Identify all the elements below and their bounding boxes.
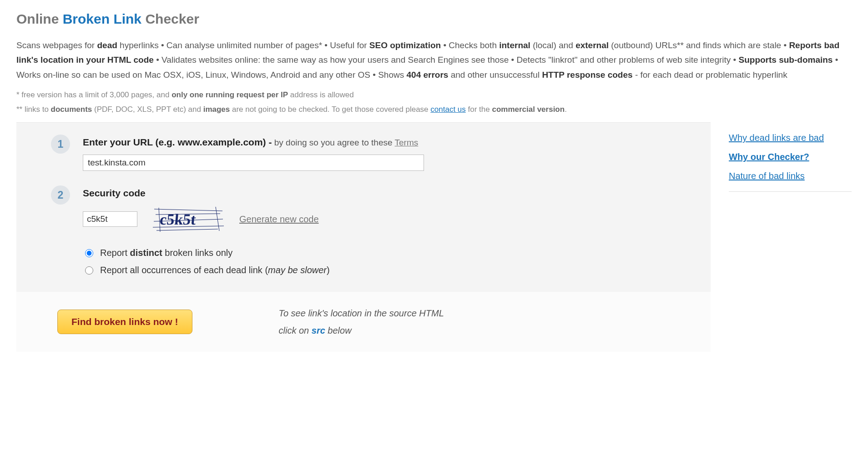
intro-text: • Validates websites online: the same wa… [154,55,739,65]
title-part-checker: Checker [141,11,199,26]
note-text: are not going to be checked. To get thos… [230,105,430,114]
label-text: Report all occurrences of each dead link… [100,265,268,275]
note-text: ** links to [16,105,51,114]
page-title: Online Broken Link Checker [16,8,852,30]
intro-bold-http: HTTP response codes [542,70,632,80]
note-bold: only one running request per IP [172,90,288,99]
intro-bold-external: external [575,40,609,50]
sidebar-link-nature[interactable]: Nature of bad links [729,169,852,183]
step-1-label: Enter your URL (e.g. www.example.com) - … [83,135,699,150]
label-italic: may be slower [268,265,327,275]
intro-text: • Checks both [441,40,499,50]
captcha-text: c5k5t [159,211,197,228]
submit-area: Find broken links now ! To see link's lo… [16,292,711,352]
security-code-label: Security code [83,188,146,198]
note-text: . [565,105,567,114]
step-1: 1 Enter your URL (e.g. www.example.com) … [28,135,699,171]
hint-src-keyword: src [312,325,325,335]
note-text: for the [466,105,492,114]
step-2-label: Security code [83,185,699,201]
find-broken-links-button[interactable]: Find broken links now ! [57,310,192,334]
sidebar-link-why-bad[interactable]: Why dead links are bad [729,130,852,145]
intro-bold-dead: dead [97,40,117,50]
label-text: ) - [263,137,272,147]
intro-text: (local) and [530,40,575,50]
footnote-2: ** links to documents (PDF, DOC, XLS, PP… [16,102,852,117]
generate-new-code-link[interactable]: Generate new code [239,212,319,226]
note-bold-documents: documents [51,105,92,114]
note-bold-commercial: commercial version [492,105,565,114]
main-column: 1 Enter your URL (e.g. www.example.com) … [16,120,711,351]
intro-text: Scans webpages for [16,40,97,50]
form-area: 1 Enter your URL (e.g. www.example.com) … [16,122,711,291]
label-text: ) [327,265,330,275]
intro-bold-404: 404 errors [407,70,449,80]
footnotes: * free version has a limit of 3,000 page… [16,88,852,117]
hint-line-1: To see link's location in the source HTM… [279,305,444,322]
intro-bold-internal: internal [499,40,530,50]
note-text: address is allowed [288,90,354,99]
src-hint: To see link's location in the source HTM… [279,305,444,339]
captcha-input[interactable] [83,211,137,227]
radio-distinct[interactable] [85,249,93,257]
hint-text: below [325,325,352,335]
note-text: * free version has a limit of 3,000 page… [16,90,172,99]
label-bold: distinct [130,248,162,258]
agree-hint: by doing so you agree to these [272,138,394,147]
intro-bold-subdomains: Supports sub-domains [739,55,833,65]
captcha-image: c5k5t [152,205,225,233]
intro-bold-seo: SEO optimization [369,40,441,50]
step-1-badge: 1 [51,135,70,154]
label-example: www.example.com [177,137,262,147]
url-input[interactable] [83,155,424,171]
title-part-online: Online [16,11,63,26]
step-2: 2 Security code [28,185,699,280]
intro-text: and other unsuccessful [448,70,542,80]
note-bold-images: images [203,105,230,114]
label-text: Report [100,248,130,258]
intro-text: hyperlinks • Can analyse unlimited numbe… [117,40,369,50]
radio-all[interactable] [85,266,93,275]
hint-text: click on [279,325,312,335]
radio-all-row[interactable]: Report all occurrences of each dead link… [83,263,699,277]
label-text: Enter your URL (e.g. [83,137,177,147]
footnote-1: * free version has a limit of 3,000 page… [16,88,852,102]
svg-line-5 [216,207,219,231]
intro-text: (outbound) URLs** and finds which are st… [609,40,789,50]
sidebar-divider [729,191,852,192]
note-text: (PDF, DOC, XLS, PPT etc) and [92,105,203,114]
hint-line-2: click on src below [279,322,444,339]
intro-paragraph: Scans webpages for dead hyperlinks • Can… [16,38,852,82]
intro-text: - for each dead or problematic hyperlink [633,70,787,80]
title-part-brokenlink: Broken Link [63,11,141,26]
radio-all-label: Report all occurrences of each dead link… [100,263,330,277]
contact-us-link[interactable]: contact us [430,105,466,114]
sidebar-link-why-checker[interactable]: Why our Checker? [729,150,852,164]
radio-distinct-row[interactable]: Report distinct broken links only [83,245,699,260]
radio-distinct-label: Report distinct broken links only [100,245,232,260]
svg-line-3 [156,229,218,230]
label-text: broken links only [162,248,233,258]
step-2-badge: 2 [51,185,70,205]
terms-link[interactable]: Terms [395,138,419,147]
sidebar: Why dead links are bad Why our Checker? … [729,120,852,351]
